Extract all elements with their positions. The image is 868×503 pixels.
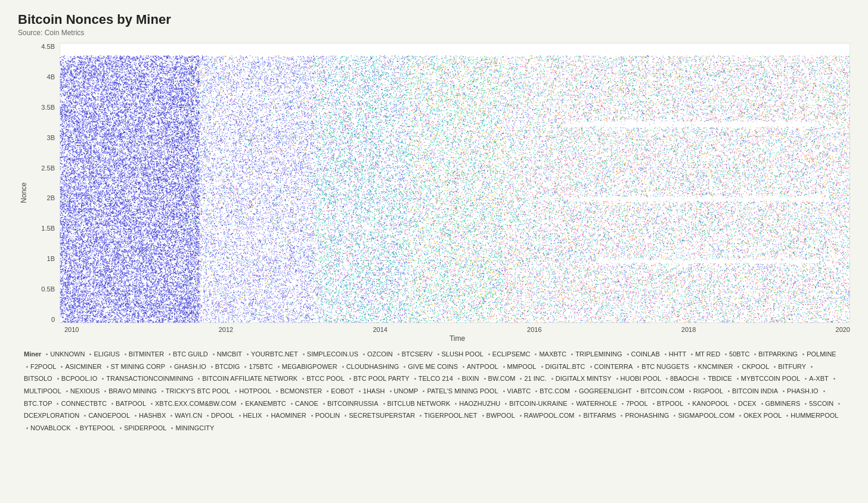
legend-item: ELIGIUS [94,349,119,360]
legend-dot [503,366,505,368]
legend-dot [46,353,48,355]
legend-item: MULTIPOOL [24,386,61,397]
legend-dot [694,366,696,368]
legend-item: XBTC.EXX.COM&BW.COM [155,398,236,409]
legend-dot [26,366,28,368]
legend-item: GOGREENLIGHT [579,386,632,397]
legend-dot [104,390,106,392]
legend-item: HAOMINER [271,410,306,421]
legend-dot [107,366,108,368]
legend-dot [302,378,304,380]
legend-dot [125,353,126,355]
legend-item: BCMONSTER [280,386,322,397]
legend-dot [621,415,622,417]
plot-area [60,43,850,323]
legend-item: BTC.TOP [24,398,52,409]
legend-item: GHASH.IO [174,361,206,372]
legend-dot [345,415,346,417]
legend-dot [278,366,280,368]
legend-item: BITCOIN.COM [641,386,684,397]
legend-item: EKANEMBTC [245,398,286,409]
legend-dot [398,353,399,355]
legend-item: BITMINTER [129,349,164,360]
legend-dot [207,415,209,417]
legend-dot [169,353,170,355]
legend-item: CONNECTBTC [61,398,106,409]
legend-dot [725,353,727,355]
legend-dot [520,415,522,417]
legend-dot [541,366,543,368]
legend-item: DIGITAL.BTC [545,361,585,372]
legend-dot [674,415,675,417]
legend-dot [805,378,807,380]
legend-item: BITFURY [778,361,806,372]
legend-dot [359,390,361,392]
legend-dot [162,390,163,392]
legend-item: POOLIN [315,410,340,421]
legend-item: BIXIN [462,373,479,384]
legend-dot [616,378,618,380]
legend-item: VIABTC [507,386,531,397]
legend-item: TRICKY'S BTC POOL [166,386,230,397]
legend-item: CLOUDHASHING [346,361,399,372]
chart-inner: 4.5B4B3.5B3B2.5B2B1.5B1B0.5B0 [33,43,850,323]
legend-dot [688,403,690,405]
legend-dot [838,403,840,405]
legend-item: HOTPOOL [239,386,271,397]
legend-dot [57,403,58,405]
legend-item: GIVE ME COINS [408,361,458,372]
y-tick: 1.5B [41,225,55,232]
legend-dot [590,366,592,368]
legend-dot [170,415,172,417]
legend-dot [665,353,666,355]
legend-dot [627,353,629,355]
legend-dot [423,390,424,392]
legend-dot [327,390,328,392]
legend-item: POLMINE [807,349,836,360]
y-axis-label: Nonce [20,182,28,203]
legend-item: BTCSERV [402,349,433,360]
legend-item: GBMINERS [765,398,801,409]
legend-item: HASHBX [139,410,166,421]
legend-dot [622,403,624,405]
y-axis-label-container: Nonce [18,43,30,343]
legend-item: BITCOIN-UKRAINE [509,398,567,409]
legend-dot [311,415,313,417]
legend-dot [811,366,813,368]
legend-item: BCPOOL.IO [61,373,98,384]
x-tick: 2014 [373,326,387,333]
legend-item: BTPOOL [657,398,684,409]
legend-item: BTC POOL PARTY [354,373,410,384]
legend-item: 5SCOIN [809,398,833,409]
legend-dot [703,378,705,380]
legend-row: MinerUNKNOWNELIGIUSBITMINTERBTC GUILDNMC… [24,349,844,434]
legend-item: KNCMINER [698,361,733,372]
legend-dot [783,390,785,392]
legend-item: SIGMAPOOL.COM [678,410,734,421]
legend-dot [505,403,507,405]
legend-dot [390,390,392,392]
legend-dot [484,378,486,380]
legend-dot [111,403,113,405]
legend-item: 7POOL [626,398,648,409]
legend-item: 8BAOCHI [670,373,699,384]
legend-item: DCEXPLORATION [24,410,79,421]
legend-item: NEXIOUS [70,386,100,397]
legend-dot [349,378,351,380]
legend-item: MAXBTC [539,349,566,360]
legend-item: ST MINING CORP [111,361,165,372]
legend-dot [823,390,825,392]
legend-dot [66,390,68,392]
legend-item: TRIPLEMINING [575,349,622,360]
x-axis-label-row: Time [64,334,850,343]
legend-dot [551,378,553,380]
legend-item: BTC NUGGETS [641,361,689,372]
legend-item: PHASH.IO [787,386,819,397]
legend-dot [235,390,237,392]
legend-item: TBDICE [708,373,731,384]
x-tick: 2020 [836,326,850,333]
legend-item: BITCOIN AFFILIATE NETWORK [202,373,297,384]
legend-dot [76,427,78,429]
legend-item: RAWPOOL.COM [524,410,575,421]
legend-dot [266,415,268,417]
